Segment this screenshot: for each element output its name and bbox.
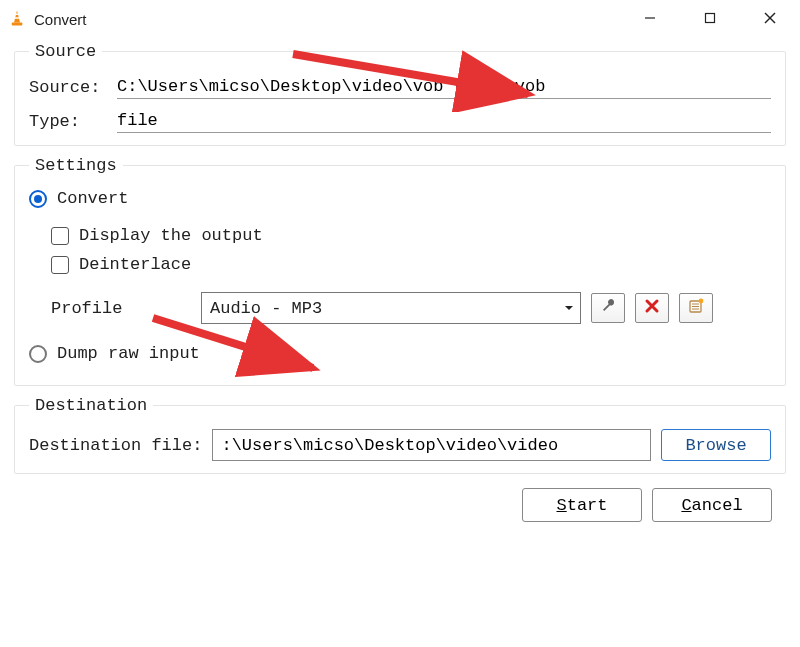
profile-select[interactable]: Audio - MP3 [201,292,581,324]
display-output-label: Display the output [79,226,263,245]
browse-button[interactable]: Browse [661,429,771,461]
convert-radio-row[interactable]: Convert [29,189,771,208]
destination-group: Destination Destination file: Browse [14,396,786,474]
close-button[interactable] [740,0,800,36]
delete-profile-button[interactable] [635,293,669,323]
dump-raw-radio[interactable] [29,345,47,363]
window-controls [620,0,800,36]
svg-rect-0 [16,14,19,16]
display-output-row[interactable]: Display the output [51,226,771,245]
source-legend: Source [29,42,102,61]
settings-legend: Settings [29,156,123,175]
source-group: Source Source: Type: [14,42,786,146]
svg-rect-4 [706,14,715,23]
source-field[interactable] [117,75,771,99]
profile-label: Profile [51,299,191,318]
minimize-button[interactable] [620,0,680,36]
destination-legend: Destination [29,396,153,415]
type-label: Type: [29,112,117,131]
profile-value: Audio - MP3 [210,299,564,318]
svg-point-11 [699,298,704,303]
type-field[interactable] [117,109,771,133]
wrench-icon [600,298,616,319]
titlebar: Convert [0,0,800,36]
svg-rect-1 [15,17,20,19]
destination-label: Destination file: [29,436,202,455]
start-button[interactable]: Start [522,488,642,522]
dump-raw-label: Dump raw input [57,344,200,363]
new-profile-icon [688,298,704,319]
maximize-button[interactable] [680,0,740,36]
source-label: Source: [29,78,117,97]
convert-radio[interactable] [29,190,47,208]
window-title: Convert [34,9,620,28]
display-output-checkbox[interactable] [51,227,69,245]
svg-rect-2 [12,23,23,26]
dump-raw-radio-row[interactable]: Dump raw input [29,344,771,363]
delete-x-icon [644,298,660,319]
deinterlace-checkbox[interactable] [51,256,69,274]
new-profile-button[interactable] [679,293,713,323]
settings-group: Settings Convert Display the output Dein… [14,156,786,386]
deinterlace-row[interactable]: Deinterlace [51,255,771,274]
convert-radio-label: Convert [57,189,128,208]
vlc-cone-icon [8,9,26,27]
deinterlace-label: Deinterlace [79,255,191,274]
destination-field[interactable] [212,429,651,461]
edit-profile-button[interactable] [591,293,625,323]
chevron-down-icon [564,299,574,318]
cancel-button[interactable]: Cancel [652,488,772,522]
